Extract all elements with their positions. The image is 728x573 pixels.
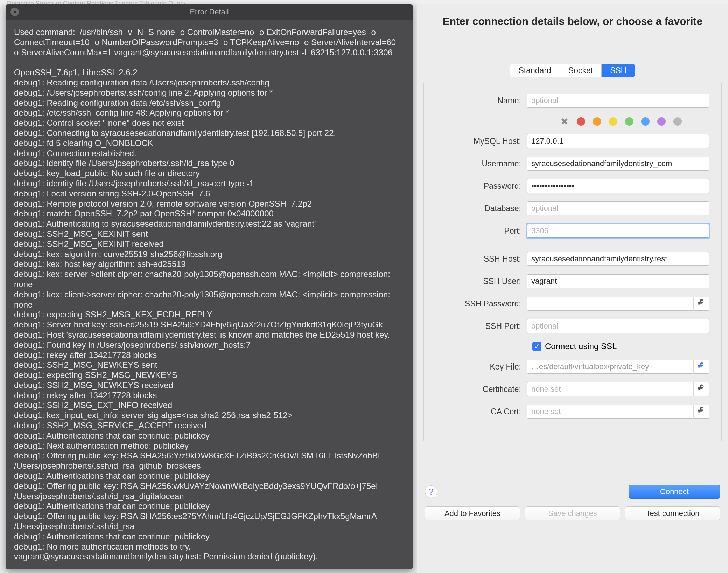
error-detail-panel: ✕ Error Detail Used command: /usr/bin/ss…	[6, 4, 413, 569]
ssh-password-input[interactable]	[527, 297, 694, 311]
username-input[interactable]	[527, 157, 709, 171]
label-ssh-user: SSH User:	[436, 277, 527, 286]
label-key-file: Key File:	[436, 362, 527, 372]
label-ssh-port: SSH Port:	[436, 322, 527, 331]
favorite-color-picker: ✖	[532, 116, 709, 126]
port-input[interactable]	[527, 224, 709, 238]
add-to-favorites-button[interactable]: Add to Favorites	[425, 506, 520, 520]
color-dot-blue[interactable]	[641, 117, 650, 126]
help-icon[interactable]: ?	[425, 485, 438, 498]
label-database: Database:	[436, 204, 527, 213]
certificate-picker-icon[interactable]	[693, 382, 709, 396]
color-dot-orange[interactable]	[593, 117, 601, 126]
ssh-host-input[interactable]	[527, 252, 709, 266]
ca-cert-input[interactable]	[527, 405, 694, 419]
error-title: Error Detail	[6, 7, 413, 16]
certificate-input[interactable]	[527, 382, 694, 396]
use-ssl-checkbox[interactable]: ✓	[532, 342, 541, 351]
connect-button[interactable]: Connect	[629, 485, 720, 499]
label-name: Name:	[436, 96, 527, 105]
connection-type-tabs: Standard Socket SSH	[510, 64, 635, 77]
use-ssl-label: Connect using SSL	[545, 341, 617, 351]
color-dot-red[interactable]	[577, 117, 585, 126]
key-file-input[interactable]	[527, 360, 694, 374]
database-input[interactable]	[527, 201, 709, 215]
save-changes-button[interactable]: Save changes	[525, 506, 620, 520]
color-dot-green[interactable]	[625, 117, 634, 126]
error-titlebar: ✕ Error Detail	[6, 4, 413, 20]
label-certificate: Certificate:	[436, 385, 527, 394]
close-icon[interactable]: ✕	[10, 8, 19, 16]
ssh-port-input[interactable]	[527, 319, 709, 333]
ssh-user-input[interactable]	[527, 274, 709, 288]
connection-form: Name: ✖ MySQL Host: Username: Password:	[424, 83, 722, 441]
color-dot-gray[interactable]	[673, 117, 682, 126]
mysql-host-input[interactable]	[527, 134, 709, 148]
label-port: Port:	[436, 226, 527, 236]
tab-standard[interactable]: Standard	[510, 64, 560, 77]
label-mysql-host: MySQL Host:	[436, 137, 527, 146]
bottom-button-bar: ? Connect Add to Favorites Save changes …	[417, 485, 728, 520]
password-input[interactable]	[527, 179, 709, 193]
label-password: Password:	[436, 181, 527, 191]
connection-pane: Enter connection details below, or choos…	[417, 4, 728, 573]
ssh-password-key-icon[interactable]	[693, 297, 709, 311]
error-body-text[interactable]: Used command: /usr/bin/ssh -v -N -S none…	[6, 20, 413, 569]
label-ssh-password: SSH Password:	[436, 299, 527, 309]
key-file-picker-icon[interactable]	[693, 360, 709, 374]
test-connection-button[interactable]: Test connection	[625, 506, 720, 520]
label-username: Username:	[436, 159, 527, 168]
tab-ssh[interactable]: SSH	[602, 64, 635, 77]
toolbar-faded-text: Database Structure Content Relations Tri…	[0, 0, 186, 4]
label-ca-cert: CA Cert:	[436, 407, 527, 416]
ca-cert-picker-icon[interactable]	[693, 405, 709, 419]
window-toolbar-strip: Database Structure Content Relations Tri…	[0, 0, 728, 4]
name-input[interactable]	[527, 94, 709, 108]
connection-heading: Enter connection details below, or choos…	[417, 4, 728, 32]
color-dot-purple[interactable]	[657, 117, 666, 126]
label-ssh-host: SSH Host:	[436, 254, 527, 264]
tab-socket[interactable]: Socket	[560, 64, 602, 77]
color-dot-yellow[interactable]	[609, 117, 617, 126]
clear-color-icon[interactable]: ✖	[560, 117, 569, 126]
